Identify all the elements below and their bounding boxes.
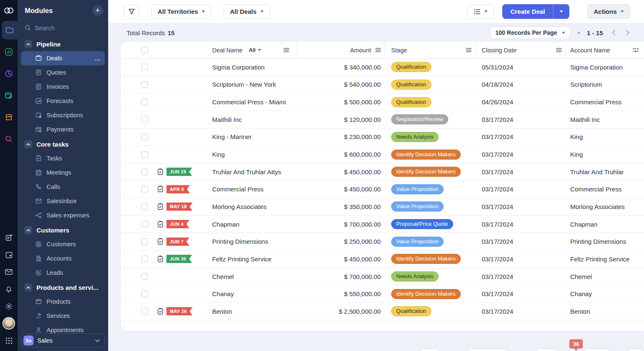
create-deal-button[interactable]: Create Deal — [502, 4, 553, 19]
column-header-account-name[interactable]: Account Name — [566, 42, 644, 58]
column-menu-icon[interactable] — [556, 48, 562, 52]
dock-window[interactable] — [629, 348, 642, 351]
row-checkbox[interactable] — [141, 291, 148, 297]
deal-name-link[interactable]: Chemel — [211, 273, 296, 280]
account-name-link[interactable]: Commercial Press — [566, 186, 644, 193]
sidebar-item-customers[interactable]: Customers — [21, 237, 105, 251]
rail-modules-folder-icon[interactable] — [2, 21, 18, 39]
column-header-stage[interactable]: Stage — [385, 42, 476, 58]
account-name-link[interactable]: Commercial Press — [566, 98, 644, 106]
rail-bell-icon[interactable] — [0, 283, 18, 295]
rail-storefront-icon[interactable] — [0, 108, 18, 126]
workspace-selector[interactable]: Sa Sales — [21, 333, 105, 348]
row-checkbox[interactable] — [141, 203, 148, 210]
row-checkbox[interactable] — [141, 221, 148, 227]
deal-name-link[interactable]: Chanay — [211, 290, 296, 297]
filter-button[interactable] — [124, 4, 139, 19]
next-page-button[interactable] — [624, 30, 631, 36]
table-row[interactable]: JUN 4 Chapman $ 700,000.00 Proposal/Pric… — [121, 216, 644, 233]
rail-apps-grid-icon[interactable] — [0, 334, 18, 347]
rail-note-add-icon[interactable] — [0, 231, 18, 244]
more-options-icon[interactable]: ... — [95, 55, 101, 62]
account-name-link[interactable]: Truhlar And Truhlar — [566, 168, 644, 176]
sidebar-item-salesinbox[interactable]: SalesInbox — [21, 194, 105, 208]
row-checkbox[interactable] — [141, 308, 148, 315]
account-name-link[interactable]: King — [566, 133, 644, 140]
column-header-amount[interactable]: Amount — [296, 42, 385, 58]
column-header-deal-name[interactable]: Deal Name All — [211, 42, 296, 58]
row-checkbox[interactable] — [141, 256, 148, 262]
table-row[interactable]: Maithili Inc $ 120,000.00 Negotiation/Re… — [121, 111, 644, 129]
account-name-link[interactable]: Morlong Associates — [566, 203, 644, 210]
previous-page-button[interactable] — [610, 30, 617, 36]
chevron-up-icon[interactable] — [24, 40, 32, 48]
section-products-services[interactable]: Products and servi... — [21, 280, 105, 294]
rail-pie-chart-icon[interactable] — [0, 65, 18, 83]
table-row[interactable]: Sigma Corporation $ 340,000.00 Qualifica… — [121, 59, 644, 76]
deal-name-link[interactable]: Truhlar And Truhlar Attys — [211, 168, 296, 176]
sidebar-item-leads[interactable]: Leads — [21, 266, 105, 280]
section-pipeline[interactable]: Pipeline — [21, 36, 105, 51]
rail-settings-icon[interactable] — [0, 300, 18, 312]
table-row[interactable]: APR 9 Commercial Press $ 450,000.00 Valu… — [121, 181, 644, 198]
account-name-link[interactable]: Chemel — [566, 273, 644, 280]
table-row[interactable]: Commercial Press - Miami $ 500,000.00 Qu… — [121, 93, 644, 111]
row-checkbox[interactable] — [141, 134, 148, 140]
column-menu-icon[interactable] — [375, 48, 381, 52]
deal-name-link[interactable]: King - Mariner — [211, 133, 296, 140]
account-name-link[interactable]: Maithili Inc — [566, 116, 644, 123]
sidebar-item-services[interactable]: Services — [21, 309, 105, 323]
section-customers[interactable]: Customers — [21, 222, 105, 237]
deal-name-link[interactable]: King — [211, 151, 296, 158]
row-checkbox[interactable] — [141, 99, 148, 106]
deal-name-link[interactable]: Sigma Corporation — [211, 64, 296, 71]
sidebar-item-deals[interactable]: Deals ... — [21, 51, 105, 65]
deal-name-link[interactable]: Feltz Printing Service — [211, 256, 296, 263]
chevron-up-icon[interactable] — [24, 140, 32, 148]
table-row[interactable]: JUN 7 Printing Dimensions $ 250,000.00 V… — [121, 233, 644, 250]
records-per-page-dropdown[interactable]: 100 Records Per Page — [490, 26, 571, 39]
table-row[interactable]: Scriptorium - New York $ 540,000.00 Qual… — [121, 76, 644, 94]
sidebar-item-sales-expenses[interactable]: Sales expenses — [21, 208, 105, 222]
rail-analytics-icon[interactable] — [0, 43, 18, 61]
sidebar-search[interactable]: Search — [18, 21, 108, 36]
account-name-link[interactable]: Scriptorium — [566, 81, 644, 88]
table-row[interactable]: JUN 29 Truhlar And Truhlar Attys $ 450,0… — [121, 163, 644, 181]
row-checkbox[interactable] — [141, 273, 148, 280]
actions-dropdown[interactable]: Actions — [587, 4, 630, 19]
account-name-link[interactable]: Chapman — [566, 221, 644, 228]
sidebar-item-quotes[interactable]: Quotes — [21, 65, 105, 80]
account-name-link[interactable]: Sigma Corporation — [566, 64, 644, 71]
deal-scope-dropdown[interactable]: All — [249, 47, 261, 53]
deal-name-link[interactable]: Commercial Press - Miami — [211, 98, 296, 106]
sidebar-item-subscriptions[interactable]: Subscriptions — [21, 108, 105, 122]
select-all-checkbox[interactable] — [141, 47, 148, 54]
dock-window[interactable] — [421, 348, 438, 351]
user-avatar[interactable] — [0, 317, 18, 330]
account-name-link[interactable]: Feltz Printing Service — [566, 256, 644, 263]
account-name-link[interactable]: Chanay — [566, 290, 644, 297]
deal-name-link[interactable]: Printing Dimensions — [211, 238, 296, 245]
table-row[interactable]: Chanay $ 550,000.00 Identify Decision Ma… — [121, 285, 644, 303]
table-row[interactable]: King $ 600,000.00 Identify Decision Make… — [121, 146, 644, 163]
table-row[interactable]: Chemel $ 700,000.00 Needs Analysis 03/17… — [121, 268, 644, 286]
table-row[interactable]: MAY 26 Benton $ 2,500,000.00 Qualificati… — [121, 303, 644, 320]
row-checkbox[interactable] — [141, 186, 148, 193]
column-menu-icon[interactable] — [283, 48, 289, 52]
deal-name-link[interactable]: Maithili Inc — [211, 116, 296, 123]
sidebar-item-calls[interactable]: Calls — [21, 180, 105, 194]
territory-filter-dropdown[interactable]: All Territories — [151, 4, 211, 19]
deal-name-link[interactable]: Commercial Press — [211, 186, 296, 193]
row-checkbox[interactable] — [141, 64, 148, 70]
sidebar-item-tasks[interactable]: Tasks — [21, 151, 105, 165]
add-module-button[interactable]: + — [92, 5, 103, 16]
create-deal-split-button[interactable]: Create Deal — [502, 4, 569, 19]
dock-window[interactable] — [470, 348, 506, 351]
create-deal-caret[interactable] — [553, 4, 569, 19]
column-menu-icon[interactable] — [466, 48, 472, 52]
chevron-up-icon[interactable] — [24, 226, 32, 234]
rail-calendar-icon[interactable] — [0, 248, 18, 261]
dock-window[interactable] — [538, 348, 557, 351]
sidebar-item-invoices[interactable]: Invoices — [21, 80, 105, 94]
row-checkbox[interactable] — [141, 81, 148, 88]
